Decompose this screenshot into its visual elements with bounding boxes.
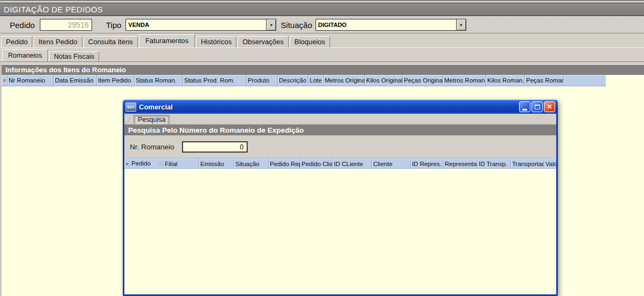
comercial-dialog: SGT Comercial ✕ Pesquisa Pesquisa Pelo N… (123, 100, 558, 296)
tipo-label: Tipo (106, 20, 122, 30)
pesquisa-tab-strip: Pesquisa (124, 114, 556, 124)
row-selector-icon: ≡ (2, 75, 8, 86)
comercial-dialog-body: Pesquisa Pesquisa Pelo Número do Romanei… (124, 114, 556, 294)
nr-romaneio-label: Nr. Romaneio (130, 143, 174, 151)
col-pecas-roman[interactable]: Peças Roman. (525, 75, 564, 86)
sort-asc-icon: △ (159, 159, 162, 168)
col-pedido-clien[interactable]: Pedido Clien (300, 159, 333, 168)
col-nr-romaneio[interactable]: Nr Romaneio (8, 75, 54, 86)
col-representar[interactable]: Representar (444, 159, 478, 168)
page-title: DIGITAÇÃO DE PEDIDOS (0, 3, 644, 16)
close-button[interactable]: ✕ (544, 101, 555, 112)
main-tab-strip: Pedido Itens Pedido Consulta Itens Fatur… (0, 33, 644, 48)
col-filial[interactable]: Filial (164, 159, 199, 168)
romaneio-grid-header: ≡ Nr Romaneio Data Emissão Item Pedido S… (2, 75, 606, 86)
col-pedido[interactable]: Pedido △ (130, 159, 164, 168)
maximize-button[interactable] (531, 101, 543, 112)
col-metros-original[interactable]: Metros Original (324, 75, 365, 86)
col-produto[interactable]: Produto (247, 75, 278, 86)
dropdown-arrow-icon[interactable]: ▼ (266, 19, 276, 30)
tab-pedido[interactable]: Pedido (1, 36, 32, 47)
tab-itens-pedido[interactable]: Itens Pedido (33, 36, 82, 47)
situacao-label: Situação (281, 20, 312, 30)
pedido-input[interactable] (40, 19, 92, 31)
dropdown-arrow-icon[interactable]: ▼ (456, 19, 466, 30)
tab-historicos[interactable]: Históricos (196, 36, 236, 47)
tipo-combobox[interactable]: VENDA ▼ (125, 19, 276, 31)
col-kilos-roman[interactable]: Kilos Roman. (486, 75, 525, 86)
tab-pesquisa[interactable]: Pesquisa (134, 115, 170, 124)
comercial-dialog-title: Comercial (139, 103, 518, 111)
application-window: DIGITAÇÃO DE PEDIDOS Pedido Tipo VENDA ▼… (0, 0, 644, 296)
col-data-emissao[interactable]: Data Emissão (54, 75, 97, 86)
col-status-roman[interactable]: Status Roman. (135, 75, 183, 86)
app-logo-icon: SGT (125, 102, 136, 112)
subtab-romaneios[interactable]: Romaneios (2, 49, 48, 62)
col-pedido-label: Pedido (131, 159, 151, 168)
nr-romaneio-field-row: Nr. Romaneio (124, 135, 556, 158)
pesquisa-grid-header: ≡ Pedido △ Filial Emissão Situação Pedid… (124, 158, 556, 169)
col-id-transp[interactable]: ID Transp. (478, 159, 511, 168)
col-situacao[interactable]: Situação (234, 159, 269, 168)
pedido-label: Pedido (10, 20, 35, 30)
minimize-button[interactable] (519, 101, 530, 112)
col-transportad[interactable]: Transportad (511, 159, 544, 168)
maximize-icon (535, 105, 540, 109)
col-pedido-repr[interactable]: Pedido Repr (269, 159, 300, 168)
comercial-dialog-titlebar[interactable]: SGT Comercial ✕ (123, 100, 558, 114)
row-selector-icon: ≡ (124, 159, 130, 168)
tab-observacoes[interactable]: Observações (237, 36, 289, 47)
nr-romaneio-input[interactable] (182, 141, 248, 153)
col-lote[interactable]: Lote (309, 75, 324, 86)
situacao-combobox[interactable]: DIGITADO ▼ (316, 19, 466, 31)
tab-consulta-itens[interactable]: Consulta Itens (83, 36, 138, 47)
col-status-prod-rom[interactable]: Status Prod. Rom. (183, 75, 247, 86)
close-icon: ✕ (547, 103, 552, 111)
tipo-combobox-value: VENDA (126, 19, 266, 30)
col-id-repres[interactable]: ID Repres. (411, 159, 444, 168)
tab-bloqueios[interactable]: Bloqueios (290, 36, 330, 47)
pesquisa-section-header: Pesquisa Pelo Número do Romaneio de Expe… (124, 124, 556, 135)
col-kilos-original[interactable]: Kilos Original (365, 75, 403, 86)
order-header-form: Pedido Tipo VENDA ▼ Situação DIGITADO ▼ (0, 16, 644, 33)
col-emissao[interactable]: Emissão (199, 159, 234, 168)
col-item-pedido[interactable]: Item Pedido (97, 75, 135, 86)
minimize-icon (522, 109, 527, 111)
pesquisa-results-area (124, 169, 556, 294)
col-cliente[interactable]: Cliente (372, 159, 411, 168)
grid-header-filler (564, 75, 606, 86)
subtab-notas-fiscais[interactable]: Notas Fiscais (49, 51, 99, 62)
faturamentos-sub-tab-strip: Romaneios Notas Fiscais (0, 48, 644, 63)
col-id-cliente[interactable]: ID CLiente (333, 159, 372, 168)
romaneio-section-header: Informações dos Itens do Romaneio (2, 64, 644, 75)
tab-faturamentos[interactable]: Faturamentos (139, 34, 195, 47)
col-metros-roman[interactable]: Metros Roman. (443, 75, 486, 86)
col-valor-clipped[interactable]: Valo (544, 159, 556, 168)
col-descricao[interactable]: Descrição (278, 75, 309, 86)
col-pecas-original[interactable]: Peças Original (403, 75, 443, 86)
situacao-combobox-value: DIGITADO (316, 19, 456, 30)
